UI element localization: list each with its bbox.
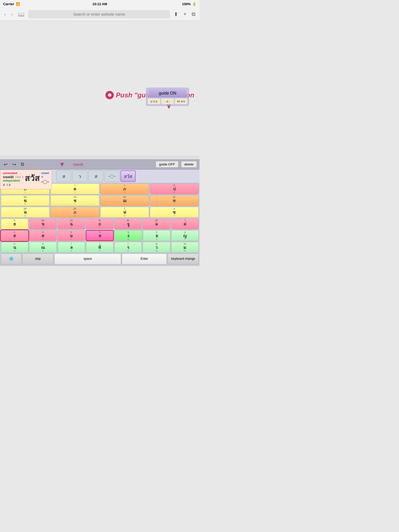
key-t-to[interactable]: t ต t	[50, 183, 99, 194]
key-n-no[interactable]: n น n	[1, 242, 28, 253]
keyboard-rows: d ภ t t ต t t ภ t	[0, 183, 200, 266]
suggestion-a: a	[41, 175, 49, 178]
independent-label: independent	[3, 179, 23, 182]
enter-button[interactable]: Enter	[122, 254, 167, 264]
tabs-button[interactable]: ⧉	[190, 10, 197, 18]
display-row: consonant sawàt šaw t independent ส ว ส …	[0, 170, 200, 183]
key-h-ho2[interactable]: h ห -	[86, 230, 114, 241]
keyboard-area: ↩ ↪ ⧉ ▼ sawàt guide OFF delete consonant…	[0, 159, 200, 266]
key-y-yo[interactable]: y ย y	[143, 230, 170, 241]
delete-button[interactable]: delete	[181, 161, 197, 168]
status-bar: Carrier 📶 10:12 AM 100% 🔋	[0, 0, 200, 8]
redo-button[interactable]: ↪	[11, 161, 17, 168]
key-s-so2[interactable]: s ส t	[1, 230, 28, 241]
display-key-wa: ว	[72, 170, 87, 182]
kb-mini-preview-row: p ป p - อ - kh ค k	[148, 98, 188, 104]
guide-on-label: guide ON	[159, 91, 176, 96]
key-m-mo[interactable]: m ม m	[171, 242, 199, 253]
search-input[interactable]	[28, 10, 170, 18]
kb-row-5: s ส t s ศ t s ษ t	[1, 230, 199, 241]
key-l-lo[interactable]: l ล n	[58, 242, 85, 253]
display-key-sa2: ส	[88, 170, 103, 182]
guide-on-preview: guide ON p ป p - อ - kh ค k	[146, 88, 189, 106]
share-button[interactable]: ⬆	[172, 10, 180, 18]
key-kh-kho[interactable]: kh ข k	[29, 218, 57, 229]
status-left: Carrier 📶	[3, 2, 20, 6]
key-h-ho[interactable]: h ฮ -	[1, 218, 28, 229]
key-ch-cho[interactable]: ch ช t	[50, 195, 99, 206]
paste-button[interactable]: ⧉	[20, 161, 25, 168]
key-kh-khaw[interactable]: kh ฆ k	[1, 195, 50, 206]
key-ch-cha[interactable]: ch ฉ t	[58, 218, 85, 229]
wifi-icon: 📶	[16, 2, 20, 6]
space-label: space	[84, 257, 92, 261]
guide-off-button[interactable]: guide OFF	[156, 161, 178, 168]
globe-button[interactable]: 🌐	[1, 254, 22, 264]
sawat-romanization: sawàt	[73, 162, 83, 167]
key-f-fa[interactable]: f ฝ -	[171, 218, 199, 229]
consonant-label: consonant	[3, 171, 23, 175]
suggestion-big-char: สวัส	[25, 171, 40, 185]
suggestion-sawat: sawàt	[3, 175, 14, 179]
browser-toolbar: ‹ › 📖 ⬆ + ⧉	[0, 8, 200, 21]
suggestion-vowel-char: -◌-	[41, 178, 49, 185]
status-right: 100% 🔋	[182, 2, 196, 6]
space-button[interactable]: space	[54, 254, 121, 264]
key-th-tho[interactable]: th ท t	[150, 195, 199, 206]
kb-bottom-row: 🌐 skip space Enter keyboard change	[1, 254, 199, 264]
key-l-lo2[interactable]: l พ้ n	[86, 242, 114, 253]
guide-on-bar: guide ON	[149, 89, 187, 97]
key-t-pha2[interactable]: t ภ t	[100, 183, 149, 194]
key-y-yo2[interactable]: y ญ n	[171, 230, 199, 241]
key-ph-pho[interactable]: ph พ p	[1, 207, 50, 218]
keyboard-change-button[interactable]: keyboard change	[168, 254, 199, 264]
key-ph-pho3[interactable]: ph ผ -	[143, 218, 170, 229]
forward-button[interactable]: ›	[10, 10, 15, 18]
back-button[interactable]: ‹	[3, 10, 8, 18]
battery-icon: 🔋	[192, 2, 196, 6]
edit-bar: ↩ ↪ ⧉ ▼ sawàt guide OFF delete	[0, 159, 200, 170]
status-time: 10:12 AM	[92, 2, 107, 6]
vowel-label: vowel	[41, 171, 49, 175]
display-chars-row: ส ว ส -◌- สวัส	[56, 170, 87, 182]
suggestion-phonetic: šaw	[15, 175, 21, 179]
battery-label: 100%	[182, 2, 191, 6]
key-s-so3[interactable]: s ศ t	[29, 230, 57, 241]
undo-button[interactable]: ↩	[3, 161, 9, 168]
key-th-tho2[interactable]: th ถ t	[86, 218, 114, 229]
kb-row-6: n น n n ณ n l ล n	[1, 242, 199, 253]
content-area: ❶ Push "guide ON" Button ▼ guide ON p ป …	[0, 21, 200, 156]
key-f-fo[interactable]: f ฟ p	[100, 207, 149, 218]
instruction-1-number: ❶	[105, 91, 114, 99]
instruction-1: ❶ Push "guide ON" Button ▼ guide ON p ป …	[105, 91, 194, 111]
kb-mini-key-2: - อ -	[161, 98, 174, 104]
keyboard-change-label: keyboard change	[171, 257, 195, 261]
key-b-po[interactable]: b ป p	[150, 183, 199, 194]
bookmarks-button[interactable]: 📖	[16, 10, 26, 18]
key-w-wo[interactable]: w ว w	[143, 242, 170, 253]
pointer-arrow-icon: ▼	[59, 161, 65, 168]
display-key-sawas: สวัส	[121, 170, 136, 182]
skip-label: skip	[35, 257, 41, 261]
skip-button[interactable]: skip	[22, 254, 54, 264]
kb-row-2: kh ฆ k ch ช t ch ฌ t	[1, 195, 199, 206]
key-s-so[interactable]: s ซ t	[150, 207, 199, 218]
kb-row-4: h ฮ - kh ข k ch ฉ t	[1, 218, 199, 229]
key-n-no2[interactable]: n ณ n	[29, 242, 57, 253]
key-r-ro[interactable]: r ร n	[114, 242, 142, 253]
key-ph-pho2[interactable]: ph ภ p	[50, 207, 99, 218]
display-key-sa: ส	[56, 170, 71, 182]
key-ch-cho2[interactable]: ch ฌ t	[100, 195, 149, 206]
add-tab-button[interactable]: +	[182, 10, 188, 18]
suggestion-t: t	[22, 175, 23, 178]
kb-row-3: ph พ p ph ภ p f ฟ p	[1, 207, 199, 218]
key-th-chu[interactable]: th จู t	[114, 218, 142, 229]
carrier-label: Carrier	[3, 2, 14, 6]
kb-mini-key-3: kh ค k	[175, 98, 188, 104]
display-key-vowel: -◌-	[104, 170, 119, 182]
suggestion-popup: consonant sawàt šaw t independent ส ว ส …	[0, 170, 52, 189]
key-ng-ngo[interactable]: ŋ ง ŋ	[115, 230, 142, 241]
suggestion-chars: ส ว ส	[3, 182, 23, 188]
key-s-so4[interactable]: s ษ t	[57, 230, 85, 241]
enter-label: Enter	[141, 257, 148, 261]
